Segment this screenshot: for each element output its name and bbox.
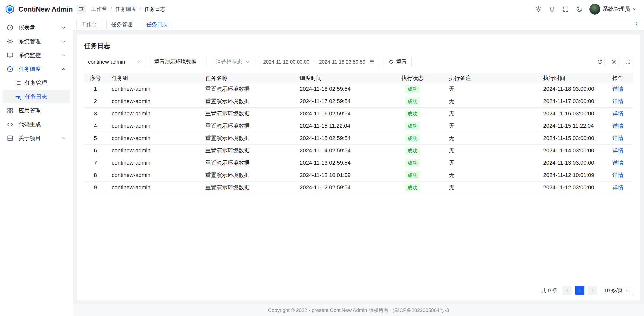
cell-action: 详情: [603, 147, 633, 154]
cell-status: 成功: [381, 147, 444, 155]
cell-no: 1: [84, 86, 107, 92]
cell-name: 重置演示环境数据: [200, 122, 295, 130]
tab-bar: 工作台 任务管理 任务日志: [73, 18, 644, 30]
task-name-input[interactable]: 重置演示环境数据: [150, 57, 207, 67]
cell-schedule-time: 2024-11-14 02:59:54: [295, 147, 381, 154]
cell-status: 成功: [381, 85, 444, 93]
tab-task-log[interactable]: 任务日志: [142, 20, 172, 29]
table-row: 3 continew-admin 重置演示环境数据 2024-11-16 02:…: [84, 108, 633, 120]
bell-icon: [549, 6, 555, 13]
cell-exec-time: 2024-11-17 03:00:00: [538, 98, 603, 105]
menu-fold-icon: [78, 6, 84, 12]
sidebar-item-label: 系统管理: [19, 38, 41, 45]
table-settings-button[interactable]: [609, 57, 619, 67]
chevron-down-icon: [246, 60, 250, 64]
tab-more-button[interactable]: [634, 22, 639, 27]
cell-status: 成功: [381, 184, 444, 192]
column-header-schedule-time: 调度时间: [295, 74, 381, 82]
sidebar-item-label: 仪表盘: [19, 24, 35, 31]
table-fullscreen-button[interactable]: [623, 57, 633, 67]
status-select[interactable]: 请选择状态: [212, 57, 254, 67]
task-group-select[interactable]: continew-admin: [84, 57, 145, 67]
chevron-down-icon: [61, 136, 66, 141]
pagination: 共 9 条 1 10 条/页: [84, 280, 633, 295]
cell-no: 4: [84, 123, 107, 129]
column-header-name: 任务名称: [200, 74, 295, 82]
detail-link[interactable]: 详情: [612, 147, 623, 154]
sidebar-item-label: 代码生成: [19, 121, 41, 128]
table-refresh-button[interactable]: [595, 57, 605, 67]
breadcrumb: 工作台 / 任务调度 / 任务日志: [91, 6, 166, 13]
chevron-right-icon: [590, 288, 595, 293]
cell-exec-time: 2024-11-16 03:00:00: [538, 110, 603, 117]
cell-action: 详情: [603, 134, 633, 142]
table-header: 序号 任务组 任务名称 调度时间 执行状态 执行备注 执行时间 操作: [84, 73, 633, 83]
notifications-button[interactable]: [549, 6, 555, 13]
detail-link[interactable]: 详情: [612, 172, 623, 178]
sidebar-item-system-monitor[interactable]: 系统监控: [3, 49, 70, 62]
cell-note: 无: [444, 147, 538, 154]
page-size-select[interactable]: 10 条/页: [601, 286, 633, 295]
page-size-value: 10 条/页: [604, 287, 623, 294]
header-actions: 系统管理员: [535, 4, 637, 15]
sidebar-item-code-generation[interactable]: 代码生成: [3, 118, 70, 131]
cell-no: 9: [84, 184, 107, 191]
cell-no: 8: [84, 172, 107, 178]
chevron-down-icon: [61, 39, 66, 44]
detail-link[interactable]: 详情: [612, 110, 623, 117]
pagination-next-button[interactable]: [588, 286, 597, 295]
task-group-select-value: continew-admin: [88, 59, 125, 65]
more-vertical-icon: [634, 22, 639, 27]
table-row: 7 continew-admin 重置演示环境数据 2024-11-13 02:…: [84, 157, 633, 169]
status-badge: 成功: [405, 159, 420, 167]
detail-link[interactable]: 详情: [612, 135, 623, 141]
gear-icon: [7, 38, 14, 45]
sidebar-item-task-log[interactable]: 任务日志: [3, 90, 70, 103]
pagination-prev-button[interactable]: [562, 286, 572, 295]
user-menu[interactable]: 系统管理员: [589, 4, 637, 15]
task-log-table: 序号 任务组 任务名称 调度时间 执行状态 执行备注 执行时间 操作 1 con…: [84, 73, 633, 194]
sidebar-collapse-button[interactable]: [76, 5, 86, 14]
gear-icon: [535, 6, 542, 13]
sidebar-item-task-management[interactable]: 任务管理: [3, 76, 70, 89]
sidebar-item-system-management[interactable]: 系统管理: [3, 35, 70, 48]
cell-note: 无: [444, 134, 538, 142]
detail-link[interactable]: 详情: [612, 123, 623, 129]
filter-bar: continew-admin 重置演示环境数据 请选择状态 2024-11-12…: [84, 57, 633, 67]
breadcrumb-item[interactable]: 任务调度: [115, 6, 136, 13]
cell-no: 5: [84, 135, 107, 142]
cell-group: continew-admin: [107, 184, 200, 191]
date-range-picker[interactable]: 2024-11-12 00:00:00 - 2024-11-18 23:59:5…: [259, 57, 379, 67]
chevron-down-icon: [625, 288, 630, 293]
sidebar-item-about-project[interactable]: 关于项目: [3, 132, 70, 145]
sidebar-item-app-management[interactable]: 应用管理: [3, 104, 70, 117]
grid-icon: [7, 135, 14, 142]
dark-mode-button[interactable]: [576, 6, 583, 13]
cell-name: 重置演示环境数据: [200, 85, 295, 93]
apps-icon: [7, 107, 14, 114]
sidebar-item-dashboard[interactable]: 仪表盘: [3, 21, 70, 34]
chevron-up-icon: [61, 67, 66, 72]
status-badge: 成功: [405, 110, 420, 118]
detail-link[interactable]: 详情: [612, 184, 623, 191]
detail-link[interactable]: 详情: [612, 160, 623, 166]
cell-exec-time: 2024-11-15 11:22:04: [538, 123, 603, 129]
settings-button[interactable]: [535, 6, 542, 13]
table-row: 9 continew-admin 重置演示环境数据 2024-11-12 02:…: [84, 182, 633, 194]
reset-button[interactable]: 重置: [384, 57, 412, 67]
tab-task-management[interactable]: 任务管理: [106, 20, 137, 29]
page-title: 任务日志: [84, 41, 633, 50]
tab-workbench[interactable]: 工作台: [76, 20, 102, 29]
fullscreen-button[interactable]: [562, 6, 569, 13]
cell-note: 无: [444, 85, 538, 93]
detail-link[interactable]: 详情: [612, 86, 623, 92]
cell-exec-time: 2024-11-18 03:00:00: [538, 86, 603, 92]
breadcrumb-item[interactable]: 工作台: [91, 6, 107, 13]
detail-link[interactable]: 详情: [612, 98, 623, 104]
column-header-no: 序号: [84, 74, 107, 82]
cell-name: 重置演示环境数据: [200, 159, 295, 167]
sidebar-item-task-scheduling[interactable]: 任务调度: [3, 63, 70, 76]
fullscreen-icon: [625, 59, 631, 65]
cell-status: 成功: [381, 122, 444, 130]
pagination-current-page[interactable]: 1: [575, 286, 584, 295]
